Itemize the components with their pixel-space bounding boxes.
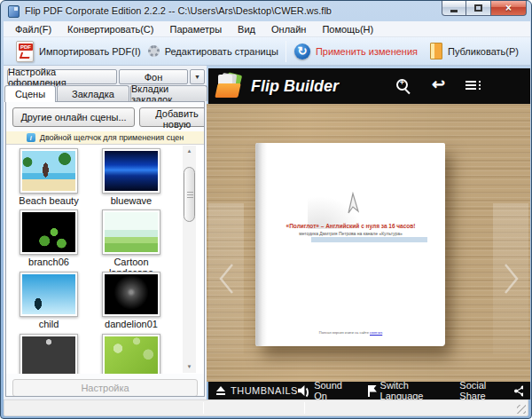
- minimize-button[interactable]: [442, 1, 466, 16]
- switch-language-button[interactable]: Switch Language: [366, 380, 446, 401]
- minimize-icon: [450, 10, 458, 12]
- flag-icon: [366, 385, 376, 397]
- brand-title: Flip Builder: [251, 68, 339, 104]
- maximize-icon: [474, 4, 482, 12]
- book-title-bar: [311, 237, 427, 242]
- flip-builder-logo-icon: [215, 74, 246, 99]
- gear-icon: [148, 45, 160, 57]
- menu-item-online[interactable]: Онлайн: [263, 21, 314, 36]
- language-label: Switch Language: [380, 380, 447, 401]
- scene-thumbnail-cartoon-landscape[interactable]: [102, 210, 160, 255]
- scene-thumbnail-beach-beauty[interactable]: [20, 148, 78, 194]
- toolbar-separator: [286, 41, 286, 62]
- scene-thumbnail-dandelion01[interactable]: [102, 272, 160, 317]
- book-subtitle: методика Дмитрия Петрова на канале «Куль…: [256, 231, 445, 236]
- tab-bookmark[interactable]: Закладка: [57, 85, 129, 101]
- refresh-icon: ↻: [294, 43, 310, 59]
- eject-icon: [215, 386, 226, 395]
- scene-label: Beach beauty: [9, 195, 89, 206]
- sound-toggle[interactable]: Sound On: [298, 380, 353, 401]
- left-panel: Настройка оформления Фон ▼ Сцены Закладк…: [4, 66, 207, 399]
- more-online-scenes-button[interactable]: Другие онлайн сцены...: [12, 107, 135, 127]
- edit-pages-button[interactable]: Редактировать страницы: [148, 45, 278, 57]
- apply-changes-button[interactable]: ↻ Применить изменения: [294, 43, 418, 59]
- tab-design-settings[interactable]: Настройка оформления: [7, 69, 117, 84]
- status-bar: [4, 399, 528, 416]
- scene-image: [105, 212, 158, 252]
- social-share-button[interactable]: Social Share: [459, 380, 523, 401]
- menu-list-icon[interactable]: [466, 81, 481, 91]
- chevron-right-icon: [501, 261, 520, 296]
- scene-thumbnail-bluewave[interactable]: [102, 148, 160, 194]
- hint-bar: i Двойной щелчок для применения сцен: [6, 131, 204, 144]
- menu-item-options[interactable]: Параметры: [161, 21, 230, 36]
- app-icon: [8, 5, 20, 18]
- book-cover[interactable]: «Полиглот» – Английский с нуля за 16 час…: [256, 143, 445, 346]
- scene-scrollbar[interactable]: ▲ ▼: [183, 146, 196, 373]
- status-separator: [304, 402, 305, 414]
- thumbnails-button[interactable]: THUMBNAILS: [215, 385, 298, 396]
- menu-item-convert[interactable]: Конвертировать(C): [59, 21, 161, 36]
- preview-panel: Flip Builder + ↩ «Полиглот» – Английский…: [207, 66, 530, 399]
- apply-changes-label: Применить изменения: [316, 46, 418, 57]
- prev-page-arrow[interactable]: [208, 203, 244, 354]
- scene-thumbnail-child[interactable]: [20, 272, 78, 317]
- tab-bookmark-tabs[interactable]: Вкладки закладок: [130, 85, 207, 101]
- scene-image: [22, 212, 75, 252]
- resize-grip[interactable]: [517, 405, 526, 414]
- scene-image: [22, 336, 75, 374]
- import-pdf-label: Импортировать PDF(I): [39, 46, 141, 57]
- settings-button[interactable]: Настройка: [12, 379, 198, 397]
- book-footer-line: Полная версия книги на сайте cwer.ws: [256, 330, 445, 335]
- next-page-arrow[interactable]: [493, 203, 528, 354]
- panel-mode-tabs: Настройка оформления Фон ▼: [7, 69, 205, 84]
- scene-thumbnail-branch06[interactable]: [20, 210, 78, 255]
- thumbnails-label: THUMBNAILS: [231, 385, 298, 396]
- scrollbar-thumb[interactable]: [184, 167, 195, 222]
- maximize-button[interactable]: [466, 1, 490, 16]
- scene-image: [105, 336, 158, 374]
- undo-icon[interactable]: ↩: [432, 75, 445, 94]
- scene-tab-row: Сцены Закладка Вкладки закладок: [4, 85, 207, 101]
- tab-scenes[interactable]: Сцены: [4, 85, 56, 102]
- close-button[interactable]: ×: [490, 1, 527, 16]
- book-icon: [430, 43, 442, 59]
- close-icon: ×: [505, 2, 512, 14]
- scroll-up-icon[interactable]: ▲: [183, 146, 196, 157]
- pdf-badge: PDF: [19, 43, 33, 51]
- app-window: Flip PDF Corporate Edition 2.2.2 -- C:\U…: [0, 0, 532, 419]
- scene-image: [105, 151, 158, 191]
- chevron-down-icon: ▼: [194, 74, 200, 80]
- info-icon: i: [27, 133, 35, 142]
- toolbar: PDF Импортировать PDF(I) Редактировать с…: [4, 37, 530, 66]
- window-controls: ×: [442, 1, 527, 16]
- publish-label: Публиковать(P): [448, 46, 519, 57]
- preview-header: Flip Builder + ↩: [208, 68, 530, 104]
- import-pdf-button[interactable]: PDF Импортировать PDF(I): [16, 41, 141, 62]
- scene-image: [22, 151, 75, 191]
- menu-item-help[interactable]: Помощь(H): [314, 21, 381, 36]
- add-new-scene-button[interactable]: Добавить новую: [139, 107, 205, 127]
- menu-item-file[interactable]: Файл(F): [7, 21, 59, 36]
- sound-label: Sound On: [314, 380, 353, 401]
- titlebar: Flip PDF Corporate Edition 2.2.2 -- C:\U…: [1, 1, 532, 21]
- menu-item-view[interactable]: Вид: [230, 21, 263, 36]
- preview-footer: THUMBNAILS Sound On Switch Language Soci…: [208, 382, 530, 399]
- hint-text: Двойной щелчок для применения сцен: [40, 133, 184, 142]
- share-label: Social Share: [459, 380, 508, 401]
- window-title: Flip PDF Corporate Edition 2.2.2 -- C:\U…: [25, 1, 332, 21]
- book-footer-link[interactable]: cwer.ws: [370, 330, 382, 335]
- status-separator: [203, 402, 204, 414]
- speaker-icon: [298, 385, 309, 396]
- pdf-icon: PDF: [16, 41, 34, 62]
- scene-thumbnail-partial-1[interactable]: [20, 334, 78, 374]
- scene-thumbnail-partial-2[interactable]: [102, 334, 160, 374]
- zoom-in-icon[interactable]: +: [396, 79, 408, 91]
- publish-button[interactable]: Публиковать(P): [430, 43, 519, 59]
- scene-label: bluewave: [91, 195, 171, 206]
- tab-background[interactable]: Фон: [119, 69, 188, 84]
- scroll-down-icon[interactable]: ▼: [183, 361, 196, 373]
- scene-label: dandelion01: [91, 319, 171, 329]
- share-icon: [513, 385, 524, 397]
- tabs-dropdown-button[interactable]: ▼: [190, 69, 205, 84]
